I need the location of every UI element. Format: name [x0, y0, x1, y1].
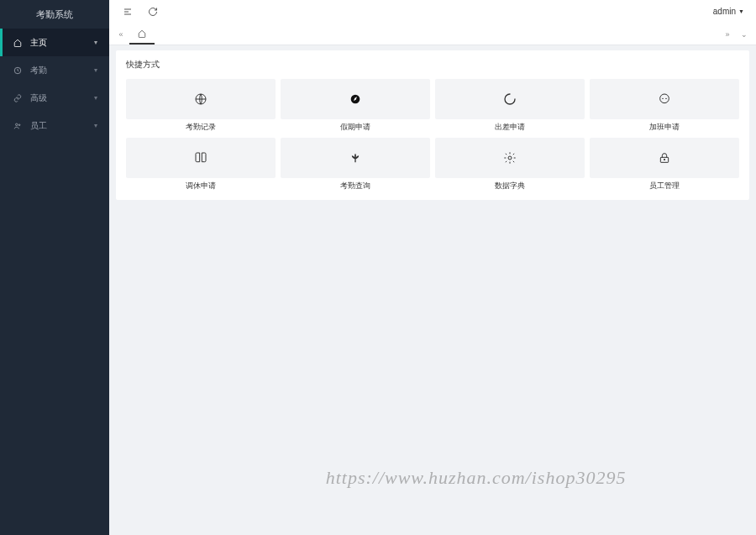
quick-label: 数据字典	[495, 181, 525, 191]
quick-label: 假期申请	[340, 123, 370, 133]
quick-business-trip[interactable]	[435, 79, 585, 119]
app-title: 考勤系统	[0, 0, 109, 29]
quick-label: 调休申请	[186, 181, 216, 191]
quick-links-row-2: 调休申请 考勤查询 数据字典	[126, 138, 739, 191]
user-name: admin	[713, 7, 736, 16]
chevron-down-icon: ▾	[94, 94, 97, 102]
refresh-button[interactable]	[143, 2, 163, 22]
tab-bar: « » ⌄	[109, 24, 756, 45]
svg-point-6	[663, 98, 664, 99]
sidebar-item-advanced[interactable]: 高级 ▾	[0, 84, 109, 112]
quick-label: 考勤记录	[186, 123, 216, 133]
chevron-down-icon: ▾	[94, 39, 97, 46]
quick-label: 加班申请	[649, 123, 680, 133]
sidebar-item-label: 员工	[30, 120, 47, 132]
clock-icon	[12, 66, 24, 75]
quick-links-card: 快捷方式 考勤记录 假期	[116, 50, 749, 200]
compass-icon	[349, 92, 362, 107]
tabs-next-button[interactable]: »	[719, 24, 736, 45]
chat-icon	[658, 92, 671, 107]
sidebar-item-label: 高级	[30, 92, 47, 104]
sidebar-item-home[interactable]: 主页 ▾	[0, 29, 109, 56]
link-icon	[12, 94, 24, 102]
main: admin ▼ « » ⌄ 快捷方式	[109, 0, 756, 535]
svg-point-5	[660, 94, 669, 103]
quick-attendance-query[interactable]	[281, 138, 430, 178]
quick-label: 考勤查询	[340, 181, 370, 191]
quick-staff-management[interactable]	[590, 138, 739, 178]
globe-icon	[194, 92, 207, 107]
book-icon	[194, 150, 207, 165]
tab-home[interactable]	[129, 24, 155, 45]
palm-icon	[349, 150, 362, 165]
tab-list	[129, 24, 719, 45]
gear-icon	[503, 150, 517, 165]
quick-data-dictionary[interactable]	[435, 138, 585, 178]
collapse-sidebar-button[interactable]	[118, 2, 138, 22]
svg-point-1	[16, 123, 18, 126]
sidebar: 考勤系统 主页 ▾ 考勤 ▾ 高级 ▾ 员工 ▾	[0, 0, 109, 535]
quick-label: 出差申请	[495, 123, 525, 133]
quick-leave-request[interactable]	[281, 79, 430, 119]
sidebar-item-label: 考勤	[30, 65, 47, 76]
card-title: 快捷方式	[126, 59, 739, 71]
loading-icon	[503, 92, 517, 107]
sidebar-item-attendance[interactable]: 考勤 ▾	[0, 56, 109, 84]
caret-down-icon: ▼	[738, 8, 744, 14]
sidebar-item-label: 主页	[30, 37, 47, 49]
home-icon	[12, 39, 24, 47]
svg-point-8	[508, 156, 512, 160]
svg-point-2	[18, 123, 20, 125]
chevron-down-icon: ▾	[94, 122, 97, 129]
tabs-prev-button[interactable]: «	[113, 24, 129, 45]
users-icon	[12, 122, 24, 130]
quick-links-row-1: 考勤记录 假期申请 出差申请	[126, 79, 739, 133]
svg-point-7	[666, 98, 667, 99]
toolbar: admin ▼	[109, 0, 756, 24]
quick-compensatory-leave[interactable]	[126, 138, 276, 178]
quick-label: 员工管理	[649, 181, 680, 191]
home-icon	[138, 29, 146, 38]
user-menu[interactable]: admin ▼	[710, 7, 748, 16]
chevron-down-icon: ▾	[94, 66, 97, 74]
content: 快捷方式 考勤记录 假期	[109, 45, 756, 535]
sidebar-item-staff[interactable]: 员工 ▾	[0, 112, 109, 139]
lock-icon	[658, 150, 671, 165]
tabs-menu-button[interactable]: ⌄	[736, 24, 753, 45]
quick-overtime-request[interactable]	[590, 79, 739, 119]
svg-point-10	[664, 159, 664, 160]
quick-attendance-records[interactable]	[126, 79, 276, 119]
